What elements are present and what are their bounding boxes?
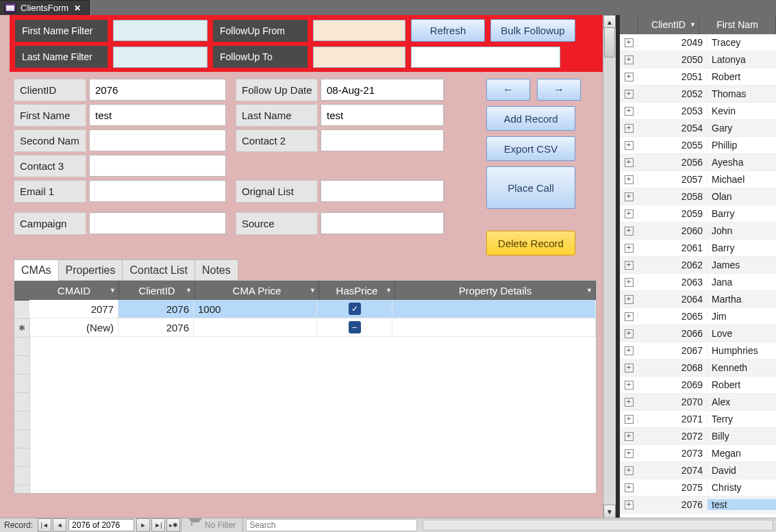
list-item[interactable]: +2058Olan: [620, 188, 776, 205]
followup-from-input[interactable]: [313, 20, 405, 41]
export-csv-button[interactable]: Export CSV: [486, 136, 575, 161]
tab-clientsform[interactable]: ClientsForm ✕: [0, 0, 90, 15]
record-position-input[interactable]: [68, 519, 134, 531]
expand-icon[interactable]: +: [620, 244, 638, 253]
source-input[interactable]: [321, 212, 444, 234]
expand-col[interactable]: [620, 15, 638, 34]
refresh-button[interactable]: Refresh: [411, 19, 485, 42]
tab-cmas[interactable]: CMAs: [14, 259, 59, 281]
expand-icon[interactable]: +: [620, 432, 638, 441]
list-item[interactable]: +2056Ayesha: [620, 154, 776, 171]
next-record-nav-button[interactable]: ►: [136, 518, 150, 532]
list-item[interactable]: +2065Jim: [620, 308, 776, 325]
list-item[interactable]: +2073Megan: [620, 445, 776, 462]
chevron-down-icon[interactable]: ▼: [310, 287, 316, 294]
expand-icon[interactable]: +: [620, 192, 638, 201]
expand-icon[interactable]: +: [620, 141, 638, 150]
chevron-down-icon[interactable]: ▼: [690, 21, 696, 28]
list-item[interactable]: +2070Alex: [620, 394, 776, 411]
list-item[interactable]: +2064Martha: [620, 291, 776, 308]
chevron-down-icon[interactable]: ▼: [386, 287, 392, 294]
chevron-down-icon[interactable]: ▼: [110, 287, 116, 294]
list-item[interactable]: +2060John: [620, 223, 776, 240]
lastname-input[interactable]: [321, 104, 444, 126]
col-firstname[interactable]: First Nam: [699, 15, 776, 34]
tab-contact-list[interactable]: Contact List: [122, 259, 195, 281]
first-record-button[interactable]: |◄: [38, 518, 51, 532]
expand-icon[interactable]: +: [620, 312, 638, 321]
expand-icon[interactable]: +: [620, 329, 638, 338]
campaign-input[interactable]: [89, 212, 226, 234]
expand-icon[interactable]: +: [620, 55, 638, 64]
scroll-up-icon[interactable]: ▲: [603, 15, 616, 29]
grid-row-selector-new[interactable]: ✱: [14, 319, 29, 338]
scroll-down-icon[interactable]: ▼: [603, 505, 616, 518]
contact3-input[interactable]: [89, 155, 226, 177]
grid-select-all[interactable]: [14, 281, 29, 301]
list-item[interactable]: +2066Love: [620, 325, 776, 342]
expand-icon[interactable]: +: [620, 364, 638, 372]
list-item[interactable]: +2049Tracey: [620, 34, 776, 51]
list-item[interactable]: +2062James: [620, 257, 776, 274]
list-item[interactable]: +2051Robert: [620, 68, 776, 86]
bulk-followup-button[interactable]: Bulk Followup: [490, 19, 575, 42]
scroll-thumb[interactable]: [604, 27, 615, 58]
expand-icon[interactable]: +: [620, 210, 638, 218]
close-icon[interactable]: ✕: [73, 3, 82, 13]
expand-icon[interactable]: +: [620, 90, 638, 99]
original-list-input[interactable]: [321, 180, 444, 202]
grid-row-selector[interactable]: [14, 301, 29, 319]
expand-icon[interactable]: +: [620, 124, 638, 133]
extra-filter-input[interactable]: [411, 47, 560, 68]
expand-icon[interactable]: +: [620, 415, 638, 424]
col-cmaid[interactable]: CMAID▼: [29, 281, 119, 300]
col-has-price[interactable]: HasPrice▼: [319, 281, 395, 300]
list-item[interactable]: +2059Barry: [620, 205, 776, 223]
last-record-button[interactable]: ►|: [151, 518, 165, 532]
col-clientid[interactable]: ClientID▼: [119, 281, 195, 300]
first-name-filter-input[interactable]: [113, 20, 208, 41]
cell-clientid-new[interactable]: 2076: [118, 318, 194, 336]
place-call-button[interactable]: Place Call: [486, 166, 575, 209]
expand-icon[interactable]: +: [620, 483, 638, 492]
col-clientid[interactable]: ClientID▼: [638, 15, 699, 34]
vertical-scrollbar[interactable]: ▲ ▼: [603, 15, 616, 518]
cell-price[interactable]: 1000: [194, 300, 317, 318]
expand-icon[interactable]: +: [620, 73, 638, 81]
email1-input[interactable]: [89, 180, 226, 202]
expand-icon[interactable]: +: [620, 175, 638, 184]
followup-date-input[interactable]: [321, 79, 444, 101]
list-item[interactable]: +2071Terry: [620, 411, 776, 428]
list-item[interactable]: +2075Christy: [620, 479, 776, 496]
expand-icon[interactable]: +: [620, 501, 638, 509]
expand-icon[interactable]: +: [620, 449, 638, 458]
list-item[interactable]: +2054Gary: [620, 120, 776, 137]
tab-notes[interactable]: Notes: [195, 259, 238, 281]
cell-clientid[interactable]: 2076: [118, 300, 194, 318]
expand-icon[interactable]: +: [620, 381, 638, 390]
horizontal-scrollbar[interactable]: [423, 520, 773, 531]
list-item[interactable]: +2069Robert: [620, 377, 776, 394]
list-item[interactable]: +2057Michael: [620, 171, 776, 188]
col-cma-price[interactable]: CMA Price▼: [195, 281, 319, 300]
chevron-down-icon[interactable]: ▼: [586, 287, 592, 294]
expand-icon[interactable]: +: [620, 398, 638, 407]
last-name-filter-input[interactable]: [113, 47, 208, 68]
expand-icon[interactable]: +: [620, 466, 638, 475]
followup-to-input[interactable]: [313, 47, 405, 68]
list-item[interactable]: +2072Billy: [620, 428, 776, 445]
cell-cmaid[interactable]: 2077: [29, 300, 118, 318]
list-item[interactable]: +2074David: [620, 462, 776, 479]
cell-details[interactable]: [392, 300, 596, 318]
expand-icon[interactable]: +: [620, 278, 638, 287]
list-item[interactable]: +2068Kenneth: [620, 359, 776, 377]
list-item[interactable]: +2067Humphries: [620, 342, 776, 359]
list-item[interactable]: +2061Barry: [620, 240, 776, 257]
list-item[interactable]: +2052Thomas: [620, 86, 776, 103]
list-item[interactable]: +2063Jana: [620, 274, 776, 291]
cell-hasprice[interactable]: ✓: [317, 300, 392, 318]
expand-icon[interactable]: +: [620, 295, 638, 304]
grid-row[interactable]: 2077 2076 1000 ✓: [29, 300, 596, 318]
list-item[interactable]: +2053Kevin: [620, 103, 776, 120]
record-search-input[interactable]: [246, 519, 417, 531]
